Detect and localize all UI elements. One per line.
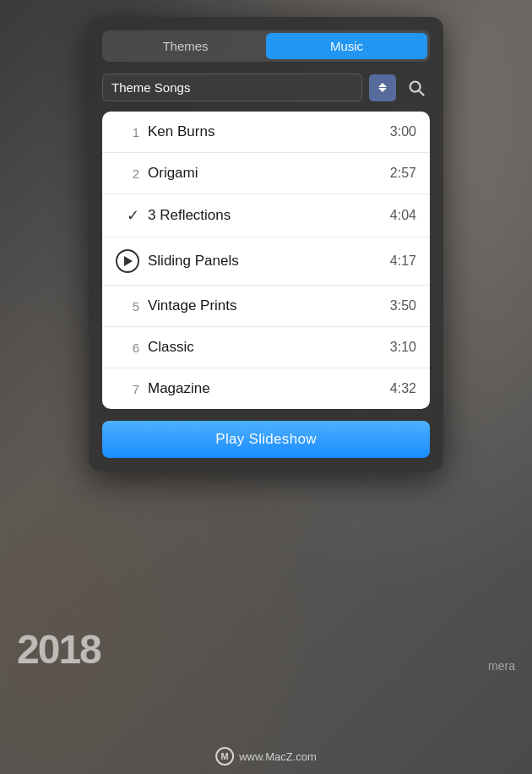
song-item-magazine[interactable]: 7 Magazine 4:32	[102, 368, 430, 409]
song-duration: 4:04	[390, 208, 416, 223]
play-icon	[116, 249, 139, 273]
svg-point-0	[410, 81, 421, 91]
year-label: 2018	[17, 626, 100, 673]
song-duration: 4:32	[390, 381, 416, 396]
dropdown-stepper[interactable]	[369, 74, 396, 101]
watermark-url: www.MacZ.com	[239, 750, 317, 763]
song-number: 6	[116, 341, 139, 355]
song-number: 1	[116, 125, 139, 139]
theme-songs-select[interactable]: Theme Songs iTunes Library Custom	[102, 74, 362, 101]
tab-themes[interactable]: Themes	[105, 33, 266, 59]
song-item-ken-burns[interactable]: 1 Ken Burns 3:00	[102, 112, 430, 153]
tab-music[interactable]: Music	[266, 33, 427, 59]
main-panel: Themes Music Theme Songs iTunes Library …	[89, 17, 443, 471]
svg-line-1	[419, 90, 424, 95]
song-number: 5	[116, 299, 139, 313]
search-icon	[407, 79, 426, 97]
song-duration: 3:10	[390, 340, 416, 355]
arrow-up-icon	[378, 83, 387, 87]
play-triangle-icon	[124, 256, 133, 266]
song-duration: 4:17	[390, 253, 416, 269]
song-number: 2	[116, 166, 139, 181]
song-item-reflections[interactable]: ✓ 3 Reflections 4:04	[102, 194, 430, 237]
camera-hint: mera	[488, 659, 515, 673]
song-title: Sliding Panels	[148, 253, 390, 270]
song-number: 7	[116, 382, 139, 396]
song-title: Origami	[148, 165, 390, 182]
dropdown-row: Theme Songs iTunes Library Custom	[102, 74, 430, 101]
song-duration: 2:57	[390, 166, 416, 181]
search-button[interactable]	[403, 74, 430, 101]
checkmark-icon: ✓	[116, 206, 139, 225]
watermark: M www.MacZ.com	[215, 747, 317, 766]
watermark-logo: M	[215, 747, 234, 766]
song-duration: 3:50	[390, 298, 416, 313]
song-title: Classic	[148, 339, 390, 356]
play-slideshow-button[interactable]: Play Slideshow	[102, 421, 430, 458]
song-duration: 3:00	[390, 124, 416, 139]
song-title: 3 Reflections	[148, 207, 390, 224]
song-item-sliding-panels[interactable]: Sliding Panels 4:17	[102, 237, 430, 286]
song-item-classic[interactable]: 6 Classic 3:10	[102, 327, 430, 368]
song-item-origami[interactable]: 2 Origami 2:57	[102, 153, 430, 194]
tab-switcher: Themes Music	[102, 30, 430, 62]
song-list: 1 Ken Burns 3:00 2 Origami 2:57 ✓ 3 Refl…	[102, 112, 430, 409]
arrow-down-icon	[378, 88, 387, 92]
song-item-vintage-prints[interactable]: 5 Vintage Prints 3:50	[102, 286, 430, 327]
song-title: Vintage Prints	[148, 297, 390, 314]
song-title: Magazine	[148, 380, 390, 397]
song-title: Ken Burns	[148, 123, 390, 140]
